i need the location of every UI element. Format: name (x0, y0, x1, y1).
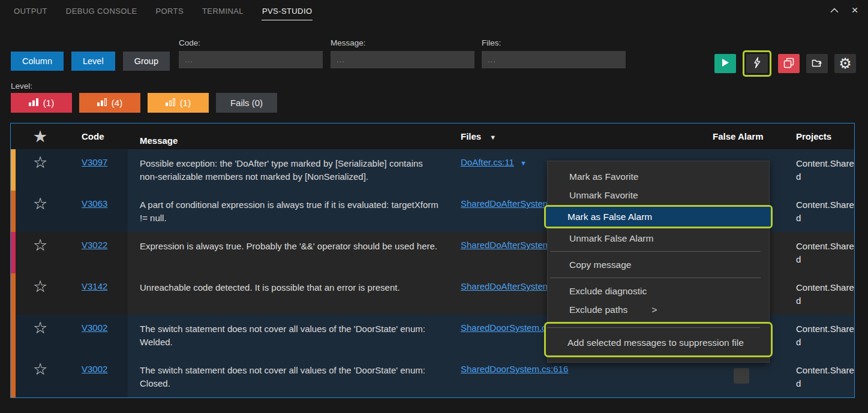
severity-stripe (11, 315, 16, 356)
files-filter-group: Files: (482, 38, 626, 68)
project-cell: Content.Shared (782, 273, 854, 315)
chevron-down-icon[interactable]: ▼ (520, 159, 527, 167)
message-text: Unreachable code detected. It is possibl… (140, 282, 400, 293)
file-link[interactable]: SharedDoAfterSystem (461, 281, 550, 291)
menu-divider (550, 251, 761, 252)
gear-icon: ⚙ (839, 56, 852, 71)
level-filter-chips: (1) (4) (1) Fails (0) (11, 93, 277, 113)
message-filter-label: Message: (331, 38, 474, 47)
menu-item-mark-favorite[interactable]: Mark as Favorite (548, 167, 769, 186)
favorite-star-icon[interactable]: ☆ (33, 153, 47, 171)
severity-stripe (11, 149, 16, 191)
false-alarm-checkbox[interactable] (734, 368, 749, 384)
code-filter-group: Code: (179, 38, 323, 68)
tab-output[interactable]: OUTPUT (13, 2, 48, 20)
menu-divider (550, 278, 761, 278)
code-link[interactable]: V3022 (82, 240, 107, 250)
menu-item-unmark-false-alarm[interactable]: Unmark False Alarm (548, 229, 769, 248)
project-cell: Content.Shared (782, 356, 854, 397)
toolbar-actions: ⚙ (714, 50, 856, 77)
menu-item-unmark-favorite[interactable]: Unmark Favorite (548, 186, 769, 204)
code-filter-input[interactable] (179, 51, 323, 68)
severity-stripe (11, 191, 16, 232)
column-button[interactable]: Column (11, 52, 64, 71)
favorite-star-icon[interactable]: ☆ (33, 236, 47, 254)
header-favorite[interactable]: ★ (11, 129, 65, 144)
file-link[interactable]: SharedDoAfterSystem (461, 198, 550, 209)
chevron-down-icon[interactable]: ▼ (489, 134, 496, 141)
favorite-star-icon[interactable]: ☆ (33, 278, 47, 296)
highlight-box-lightning (743, 50, 771, 77)
level-button[interactable]: Level (71, 52, 115, 71)
level-filters-label: Level: (11, 82, 32, 91)
submenu-chevron-icon: > (651, 305, 657, 315)
tab-ports[interactable]: PORTS (155, 2, 184, 20)
favorite-star-icon[interactable]: ☆ (33, 319, 47, 337)
message-text: The switch statement does not cover all … (140, 365, 425, 388)
level-low-chip[interactable]: (1) (148, 93, 209, 113)
favorite-star-icon[interactable]: ☆ (33, 195, 47, 213)
menu-item-mark-false-alarm[interactable]: Mark as False Alarm (546, 207, 771, 227)
open-folder-icon (812, 58, 823, 70)
bars-level-1-icon (29, 98, 39, 108)
file-link[interactable]: DoAfter.cs:11 (461, 157, 514, 167)
header-message[interactable]: Message (128, 128, 452, 146)
message-filter-input[interactable] (331, 51, 474, 68)
message-text: The switch statement does not cover all … (140, 324, 425, 347)
file-link[interactable]: SharedDoorSystem.cs:616 (461, 364, 568, 374)
context-menu: Mark as Favorite Unmark Favorite Mark as… (547, 161, 770, 363)
close-icon[interactable]: × (849, 4, 861, 16)
bars-level-2-icon (97, 98, 107, 108)
project-cell: Content.Shared (782, 315, 854, 356)
play-icon (721, 58, 729, 69)
lightning-icon (753, 57, 761, 70)
level-high-chip[interactable]: (1) (11, 93, 72, 113)
quick-fix-button[interactable] (746, 54, 768, 73)
code-link[interactable]: V3063 (82, 198, 107, 209)
header-projects[interactable]: Projects (782, 131, 854, 141)
bars-level-3-icon (166, 98, 176, 108)
message-text: Possible exception: the 'DoAfter' type m… (140, 158, 423, 182)
code-link[interactable]: V3097 (82, 157, 107, 167)
severity-stripe (11, 273, 16, 315)
highlight-box-add-suppression: Add selected messages to suppression fil… (544, 322, 773, 357)
code-link[interactable]: V3002 (82, 364, 107, 374)
favorite-star-icon[interactable]: ☆ (33, 360, 47, 378)
panel-window-controls: × (828, 4, 861, 16)
project-cell: Content.Shared (782, 149, 854, 191)
menu-divider (547, 327, 760, 328)
code-link[interactable]: V3002 (82, 322, 107, 333)
files-filter-label: Files: (482, 38, 626, 47)
project-cell: Content.Shared (782, 191, 854, 232)
message-text: Expression is always true. Probably the … (140, 241, 437, 251)
tab-pvs-studio[interactable]: PVS-STUDIO (262, 2, 313, 20)
code-link[interactable]: V3142 (82, 281, 107, 291)
file-link[interactable]: SharedDoorSystem.cs (461, 322, 551, 333)
menu-item-copy-message[interactable]: Copy message (548, 255, 769, 274)
level-medium-chip[interactable]: (4) (79, 93, 140, 113)
tab-terminal[interactable]: TERMINAL (202, 2, 244, 20)
menu-item-add-to-suppression-file[interactable]: Add selected messages to suppression fil… (546, 333, 771, 353)
menu-item-exclude-paths[interactable]: Exclude paths> (548, 300, 769, 319)
severity-stripe (11, 356, 16, 397)
panel-tab-bar: OUTPUT DEBUG CONSOLE PORTS TERMINAL PVS-… (0, 0, 868, 20)
fails-chip[interactable]: Fails (0) (216, 93, 277, 113)
chevron-up-icon[interactable] (828, 4, 840, 16)
view-mode-buttons: Column Level Group (11, 52, 170, 71)
open-folder-button[interactable] (806, 54, 828, 73)
header-code[interactable]: Code (65, 131, 128, 141)
menu-item-exclude-diagnostic[interactable]: Exclude diagnostic (548, 282, 769, 300)
file-link[interactable]: SharedDoAfterSystem (461, 240, 550, 250)
header-files[interactable]: Files▼ (452, 131, 701, 141)
star-icon: ★ (34, 129, 47, 144)
tab-debug-console[interactable]: DEBUG CONSOLE (65, 2, 138, 20)
header-false-alarm[interactable]: False Alarm (701, 131, 782, 141)
run-analysis-button[interactable] (714, 54, 736, 73)
suppression-icon (783, 58, 794, 70)
settings-button[interactable]: ⚙ (834, 54, 856, 73)
table-header-row: ★ Code Message Files▼ False Alarm Projec… (11, 123, 854, 149)
files-filter-input[interactable] (482, 51, 626, 68)
code-filter-label: Code: (179, 38, 323, 47)
group-button[interactable]: Group (123, 52, 170, 71)
suppression-button[interactable] (778, 54, 800, 73)
